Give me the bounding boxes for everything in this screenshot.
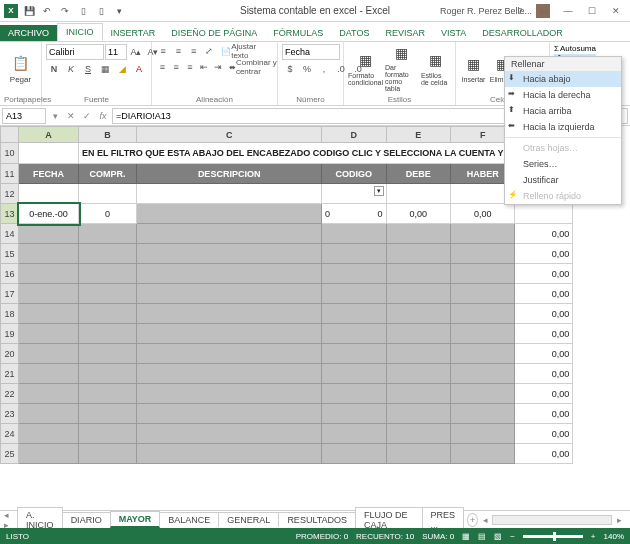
number-format-select[interactable]: Fecha (282, 44, 340, 60)
row-header[interactable]: 23 (1, 404, 19, 424)
ribbon-collapse-icon[interactable]: ▭ (532, 1, 556, 21)
enter-icon[interactable]: ✓ (80, 109, 94, 123)
tab-file[interactable]: ARCHIVO (0, 25, 57, 41)
fill-justify-item[interactable]: Justificar (505, 172, 621, 188)
col-header[interactable]: C (137, 127, 322, 143)
align-center-icon[interactable]: ≡ (170, 60, 183, 74)
tab-formulas[interactable]: FÓRMULAS (265, 25, 331, 41)
row-header[interactable]: 18 (1, 304, 19, 324)
row-header[interactable]: 13 (1, 204, 19, 224)
qat-btn[interactable]: ▯ (94, 4, 108, 18)
wrap-text-button[interactable]: 📄 Ajustar texto (217, 44, 273, 58)
row-header[interactable]: 24 (1, 424, 19, 444)
tab-page-layout[interactable]: DISEÑO DE PÁGINA (163, 25, 265, 41)
filter-dropdown-icon[interactable]: ▾ (374, 186, 384, 196)
align-left-icon[interactable]: ≡ (156, 60, 169, 74)
name-box[interactable]: A13 (2, 108, 46, 124)
row-header[interactable]: 20 (1, 344, 19, 364)
percent-icon[interactable]: % (299, 62, 315, 76)
tab-data[interactable]: DATOS (331, 25, 377, 41)
scroll-right-icon[interactable]: ▸ (612, 515, 626, 525)
horizontal-scroll[interactable]: ◂ ▸ (478, 515, 630, 525)
comma-icon[interactable]: , (316, 62, 332, 76)
increase-font-icon[interactable]: A▴ (128, 45, 144, 59)
sheet-nav[interactable]: ◂ ▸ (0, 510, 17, 530)
autosum-icon[interactable]: Σ (554, 44, 559, 53)
font-size-select[interactable]: 11 (105, 44, 127, 60)
sheet-tab[interactable]: MAYOR (110, 511, 161, 528)
cancel-icon[interactable]: ✕ (64, 109, 78, 123)
save-icon[interactable]: 💾 (22, 4, 36, 18)
row-header[interactable]: 16 (1, 264, 19, 284)
row-header[interactable]: 17 (1, 284, 19, 304)
align-middle-icon[interactable]: ≡ (171, 44, 185, 58)
zoom-out-icon[interactable]: − (510, 532, 515, 541)
fill-series-item[interactable]: Series… (505, 156, 621, 172)
row-header[interactable]: 21 (1, 364, 19, 384)
bold-button[interactable]: N (46, 62, 62, 76)
view-page-icon[interactable]: ▤ (478, 532, 486, 541)
zoom-in-icon[interactable]: + (591, 532, 596, 541)
tab-home[interactable]: INICIO (57, 23, 103, 41)
qat-more-icon[interactable]: ▾ (112, 4, 126, 18)
sheet-tab[interactable]: GENERAL (218, 512, 279, 527)
font-color-button[interactable]: A (131, 62, 147, 76)
row-header[interactable]: 25 (1, 444, 19, 464)
fill-color-button[interactable]: ◢ (114, 62, 130, 76)
help-icon[interactable]: ? (508, 1, 532, 21)
italic-button[interactable]: K (63, 62, 79, 76)
undo-icon[interactable]: ↶ (40, 4, 54, 18)
view-break-icon[interactable]: ▧ (494, 532, 502, 541)
indent-inc-icon[interactable]: ⇥ (211, 60, 224, 74)
orientation-icon[interactable]: ⤢ (202, 44, 216, 58)
currency-icon[interactable]: $ (282, 62, 298, 76)
tab-insert[interactable]: INSERTAR (103, 25, 164, 41)
zoom-slider[interactable] (523, 535, 583, 538)
sheet-tab[interactable]: DIARIO (62, 512, 111, 527)
scroll-left-icon[interactable]: ◂ (478, 515, 492, 525)
row-header[interactable]: 11 (1, 164, 19, 184)
col-header[interactable]: B (79, 127, 137, 143)
paste-button[interactable]: 📋 Pegar (4, 44, 37, 92)
sheet-tab[interactable]: BALANCE (159, 512, 219, 527)
col-header[interactable]: E (386, 127, 450, 143)
active-cell[interactable]: 0-ene.-00 (19, 204, 79, 224)
sheet-tab[interactable]: RESULTADOS (278, 512, 356, 527)
col-header[interactable]: D (322, 127, 386, 143)
cell-styles-button[interactable]: ▦Estilos de celda (421, 44, 451, 92)
row-header[interactable]: 14 (1, 224, 19, 244)
row-header[interactable]: 22 (1, 384, 19, 404)
zoom-level[interactable]: 140% (604, 532, 624, 541)
align-top-icon[interactable]: ≡ (156, 44, 170, 58)
name-dropdown-icon[interactable]: ▾ (48, 109, 62, 123)
indent-dec-icon[interactable]: ⇤ (197, 60, 210, 74)
scroll-track[interactable] (492, 515, 612, 525)
redo-icon[interactable]: ↷ (58, 4, 72, 18)
minimize-icon[interactable]: — (556, 1, 580, 21)
align-right-icon[interactable]: ≡ (184, 60, 197, 74)
format-table-button[interactable]: ▦Dar formato como tabla (385, 44, 419, 92)
col-header[interactable]: A (19, 127, 79, 143)
font-name-select[interactable]: Calibri (46, 44, 104, 60)
fill-up-item[interactable]: ⬆Hacia arriba (505, 103, 621, 119)
tab-developer[interactable]: DESARROLLADOR (474, 25, 571, 41)
add-sheet-button[interactable]: + (467, 513, 478, 527)
align-bottom-icon[interactable]: ≡ (187, 44, 201, 58)
tab-view[interactable]: VISTA (433, 25, 474, 41)
maximize-icon[interactable]: ☐ (580, 1, 604, 21)
fill-left-item[interactable]: ⬅Hacia la izquierda (505, 119, 621, 135)
row-header[interactable]: 10 (1, 143, 19, 164)
insert-cells-button[interactable]: ▦Insertar (460, 44, 487, 92)
qat-btn[interactable]: ▯ (76, 4, 90, 18)
underline-button[interactable]: S (80, 62, 96, 76)
border-button[interactable]: ▦ (97, 62, 113, 76)
close-icon[interactable]: ✕ (604, 1, 628, 21)
row-header[interactable]: 19 (1, 324, 19, 344)
fill-right-item[interactable]: ➡Hacia la derecha (505, 87, 621, 103)
fill-down-item[interactable]: ⬇Hacia abajo (505, 71, 621, 87)
row-header[interactable]: 12 (1, 184, 19, 204)
tab-review[interactable]: REVISAR (377, 25, 433, 41)
view-normal-icon[interactable]: ▦ (462, 532, 470, 541)
fx-icon[interactable]: fx (96, 109, 110, 123)
conditional-format-button[interactable]: ▦Formato condicional (348, 44, 383, 92)
